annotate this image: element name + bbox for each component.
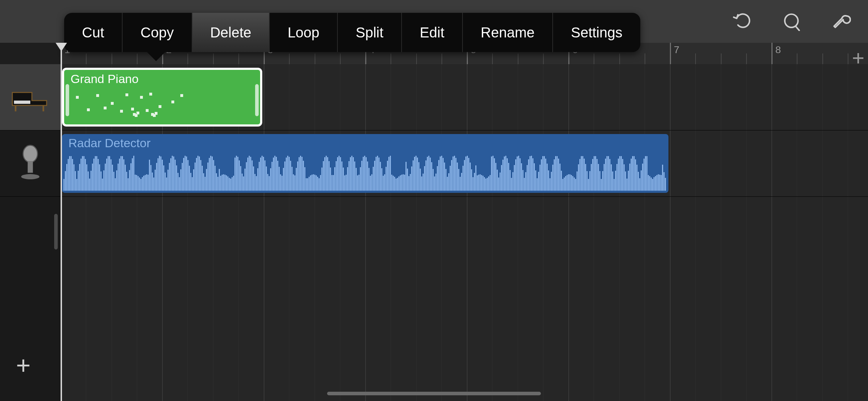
track-scroll-indicator <box>54 214 58 250</box>
midi-region-grand-piano[interactable]: Grand Piano <box>62 68 262 127</box>
ruler-beat-tick <box>746 53 747 64</box>
loop-icon <box>782 12 801 31</box>
ruler-beat-tick <box>340 53 341 64</box>
context-menu-item-cut[interactable]: Cut <box>64 13 123 52</box>
ruler-beat-tick <box>518 53 518 64</box>
ruler-beat-tick <box>416 53 417 64</box>
ruler-bar-number: 8 <box>775 44 781 56</box>
undo-button[interactable] <box>729 9 754 34</box>
home-indicator <box>327 392 541 395</box>
ruler-beat-tick <box>112 53 112 64</box>
track-lane-audio[interactable]: Radar Detector <box>61 130 868 197</box>
track-header-piano[interactable] <box>0 64 61 130</box>
context-menu-item-edit[interactable]: Edit <box>402 13 463 52</box>
svg-rect-1 <box>14 101 30 104</box>
audio-waveform <box>63 152 667 191</box>
settings-button[interactable] <box>829 9 854 34</box>
region-trim-handle-right[interactable] <box>255 84 259 116</box>
track-headers: + <box>0 64 61 401</box>
ruler-beat-tick <box>289 53 290 64</box>
ruler-beat-tick <box>721 53 722 64</box>
ruler-beat-tick <box>137 53 138 64</box>
ruler-beat-tick <box>645 53 645 64</box>
playhead[interactable] <box>61 43 62 401</box>
svg-point-4 <box>23 145 37 162</box>
track-lane-piano[interactable]: Grand Piano <box>61 64 868 130</box>
ruler-beat-tick <box>695 53 696 64</box>
ruler-beat-tick <box>619 53 620 64</box>
ruler-beat-tick <box>543 53 544 64</box>
ruler-beat-tick <box>822 53 823 64</box>
svg-point-6 <box>21 174 39 179</box>
track-lanes[interactable]: Grand Piano Radar Detector <box>61 64 868 401</box>
ruler-beat-tick <box>492 53 493 64</box>
midi-notes-preview <box>71 89 254 121</box>
audio-region-radar-detector[interactable]: Radar Detector <box>62 134 668 193</box>
region-context-menu: CutCopyDeleteLoopSplitEditRenameSettings <box>64 13 640 52</box>
context-menu-item-delete[interactable]: Delete <box>192 13 270 52</box>
ruler-beat-tick <box>594 53 594 64</box>
track-header-mic[interactable] <box>0 130 61 197</box>
ruler-beat-tick <box>797 53 797 64</box>
context-menu-item-split[interactable]: Split <box>338 13 402 52</box>
svg-point-0 <box>785 14 798 27</box>
piano-icon <box>11 78 50 117</box>
add-track-button[interactable]: + <box>16 351 31 380</box>
ruler-beat-tick <box>315 53 315 64</box>
ruler-bar-marker: 7 <box>670 43 671 64</box>
context-menu-item-rename[interactable]: Rename <box>463 13 553 52</box>
ruler-beat-tick <box>187 53 188 64</box>
ruler-bar-number: 7 <box>674 44 680 56</box>
undo-icon <box>732 12 751 31</box>
ruler-beat-tick <box>213 53 214 64</box>
ruler-beat-tick <box>848 53 848 64</box>
region-trim-handle-left[interactable] <box>66 84 69 116</box>
app-root: + 12345678 + <box>0 0 868 401</box>
ruler-beat-tick <box>391 53 391 64</box>
region-label: Grand Piano <box>71 72 139 86</box>
svg-rect-5 <box>28 161 33 173</box>
ruler-beat-tick <box>86 53 87 64</box>
region-label: Radar Detector <box>68 136 151 150</box>
loop-browser-button[interactable] <box>779 9 804 34</box>
context-menu-item-settings[interactable]: Settings <box>553 13 640 52</box>
ruler-bar-marker: 8 <box>771 43 773 64</box>
ruler-beat-tick <box>441 53 442 64</box>
wrench-icon <box>832 12 851 31</box>
context-menu-item-loop[interactable]: Loop <box>270 13 338 52</box>
microphone-icon <box>11 144 50 183</box>
ruler-beat-tick <box>238 53 239 64</box>
